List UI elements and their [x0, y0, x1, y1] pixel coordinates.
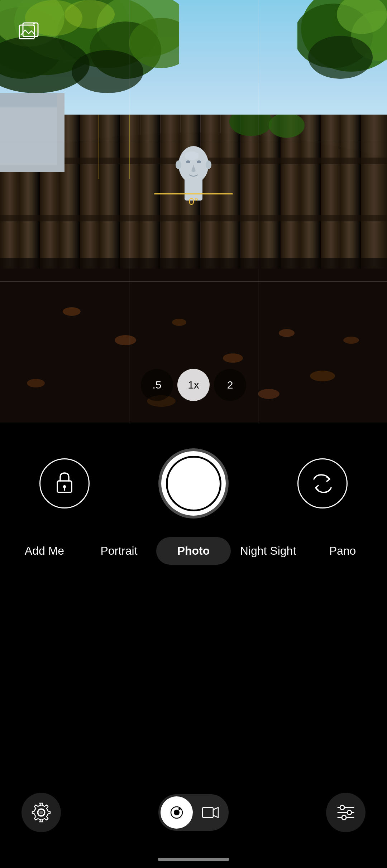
svg-point-76	[174, 810, 180, 815]
zoom-1x-button[interactable]: 1x	[177, 369, 210, 401]
bottom-toolbar	[0, 793, 387, 832]
zoom-0.5-button[interactable]: .5	[141, 369, 173, 401]
zoom-2x-button[interactable]: 2	[214, 369, 246, 401]
adjustments-button[interactable]	[326, 793, 366, 832]
svg-point-56	[63, 307, 81, 316]
svg-point-63	[258, 389, 280, 399]
video-mode-button[interactable]	[194, 796, 226, 829]
svg-point-50	[186, 160, 190, 163]
svg-point-9	[64, 0, 115, 29]
shutter-row	[0, 451, 387, 516]
gallery-icon[interactable]	[14, 18, 43, 47]
mode-portrait[interactable]: Portrait	[82, 537, 156, 565]
home-indicator	[158, 858, 229, 861]
level-line	[154, 193, 233, 194]
svg-point-62	[27, 379, 45, 387]
svg-point-77	[178, 808, 181, 810]
svg-point-82	[340, 805, 344, 810]
settings-button[interactable]	[22, 793, 61, 832]
svg-point-65	[343, 337, 359, 344]
camera-video-toggle[interactable]	[158, 794, 229, 831]
shutter-button[interactable]	[161, 451, 226, 516]
svg-point-61	[310, 371, 335, 381]
zoom-controls[interactable]: .5 1x 2	[141, 369, 246, 401]
controls-area: Add Me Portrait Photo Night Sight Pano	[0, 423, 387, 868]
svg-point-84	[342, 815, 346, 820]
svg-point-53	[206, 160, 211, 169]
level-angle: 0°	[189, 196, 199, 207]
svg-point-60	[279, 329, 295, 337]
svg-rect-78	[202, 807, 213, 818]
mode-night-sight[interactable]: Night Sight	[231, 537, 305, 565]
mode-photo[interactable]: Photo	[156, 537, 231, 565]
mannequin-bust	[172, 136, 215, 201]
svg-point-52	[176, 160, 181, 169]
house-structure	[0, 93, 64, 172]
svg-point-83	[347, 810, 352, 815]
svg-point-59	[223, 353, 243, 363]
flip-camera-button[interactable]	[297, 458, 348, 508]
mode-add-me[interactable]: Add Me	[7, 537, 82, 565]
svg-point-17	[308, 36, 373, 79]
level-indicator: 0°	[154, 193, 233, 207]
svg-point-74	[39, 811, 43, 814]
tree-right	[297, 0, 387, 100]
svg-point-58	[172, 319, 186, 326]
svg-point-54	[185, 151, 199, 160]
camera-mode-button[interactable]	[161, 796, 193, 829]
svg-point-57	[115, 335, 136, 345]
svg-rect-39	[0, 215, 387, 221]
mode-selector[interactable]: Add Me Portrait Photo Night Sight Pano	[0, 537, 387, 565]
mode-pano[interactable]: Pano	[305, 537, 380, 565]
lock-button[interactable]	[39, 458, 90, 508]
svg-point-51	[197, 160, 201, 163]
shutter-inner	[166, 456, 221, 511]
viewfinder[interactable]: 0°	[0, 0, 387, 423]
svg-rect-46	[0, 93, 57, 107]
svg-point-11	[72, 50, 143, 93]
